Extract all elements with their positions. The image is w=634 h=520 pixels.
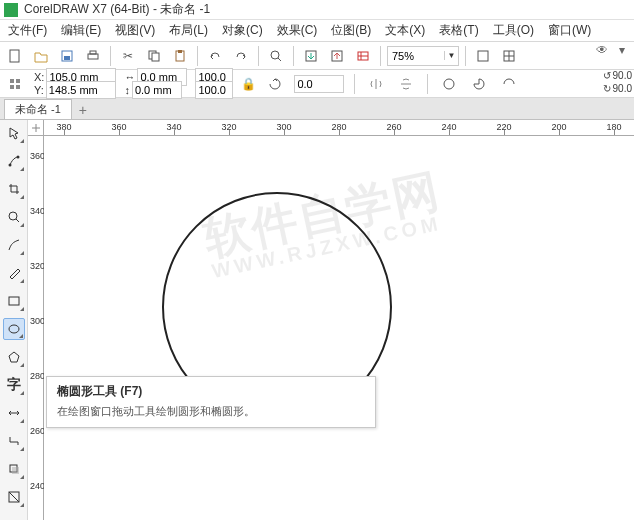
menu-text[interactable]: 文本(X) bbox=[379, 20, 431, 41]
svg-rect-13 bbox=[478, 51, 488, 61]
svg-rect-17 bbox=[10, 85, 14, 89]
tooltip-description: 在绘图窗口拖动工具绘制圆形和椭圆形。 bbox=[57, 404, 365, 419]
svg-rect-26 bbox=[12, 467, 19, 474]
drawing-canvas[interactable]: 软件自学网 WWW.RJZXW.COM 椭圆形工具 (F7) 在绘图窗口拖动工具… bbox=[44, 136, 634, 520]
tooltip-title: 椭圆形工具 (F7) bbox=[57, 383, 365, 400]
search-button[interactable] bbox=[265, 45, 287, 67]
separator bbox=[258, 46, 259, 66]
freehand-tool[interactable] bbox=[3, 234, 25, 256]
svg-point-22 bbox=[9, 212, 17, 220]
menu-window[interactable]: 窗口(W) bbox=[542, 20, 597, 41]
polygon-tool[interactable] bbox=[3, 346, 25, 368]
open-button[interactable] bbox=[30, 45, 52, 67]
import-button[interactable] bbox=[300, 45, 322, 67]
y-label: Y: bbox=[34, 84, 44, 96]
titlebar: CorelDRAW X7 (64-Bit) - 未命名 -1 bbox=[0, 0, 634, 20]
text-tool[interactable]: 字 bbox=[3, 374, 25, 396]
menu-tools[interactable]: 工具(O) bbox=[487, 20, 540, 41]
snap-button[interactable] bbox=[498, 45, 520, 67]
rotation-input[interactable] bbox=[294, 75, 344, 93]
presets-button[interactable] bbox=[4, 73, 26, 95]
tool-tooltip: 椭圆形工具 (F7) 在绘图窗口拖动工具绘制圆形和椭圆形。 bbox=[46, 376, 376, 428]
svg-point-19 bbox=[444, 79, 454, 89]
artistic-media-tool[interactable] bbox=[3, 262, 25, 284]
export-button[interactable] bbox=[326, 45, 348, 67]
menu-edit[interactable]: 编辑(E) bbox=[55, 20, 107, 41]
drop-shadow-tool[interactable] bbox=[3, 458, 25, 480]
crop-tool[interactable] bbox=[3, 178, 25, 200]
menu-object[interactable]: 对象(C) bbox=[216, 20, 269, 41]
zoom-tool[interactable] bbox=[3, 206, 25, 228]
svg-rect-15 bbox=[10, 79, 14, 83]
eye-icon[interactable]: 👁 bbox=[594, 42, 610, 58]
menu-effects[interactable]: 效果(C) bbox=[271, 20, 324, 41]
scale-y-input[interactable] bbox=[195, 81, 233, 99]
print-button[interactable] bbox=[82, 45, 104, 67]
x-label: X: bbox=[34, 71, 44, 83]
shape-tool[interactable] bbox=[3, 150, 25, 172]
separator bbox=[380, 46, 381, 66]
new-button[interactable] bbox=[4, 45, 26, 67]
redo-button[interactable] bbox=[230, 45, 252, 67]
arc-mode-button[interactable] bbox=[498, 73, 520, 95]
menu-view[interactable]: 视图(V) bbox=[109, 20, 161, 41]
separator bbox=[197, 46, 198, 66]
menu-table[interactable]: 表格(T) bbox=[433, 20, 484, 41]
arc-icon: ↻ bbox=[603, 83, 611, 94]
document-tab[interactable]: 未命名 -1 bbox=[4, 99, 72, 119]
svg-rect-0 bbox=[10, 50, 19, 62]
ruler-tick: 280 bbox=[30, 371, 45, 381]
toolbox: 字 bbox=[0, 120, 28, 520]
separator bbox=[427, 74, 428, 94]
pick-tool[interactable] bbox=[3, 122, 25, 144]
workarea: 字 380360340320300280260240220200180 3603… bbox=[0, 120, 634, 520]
svg-point-20 bbox=[8, 164, 11, 167]
ellipse-mode-button[interactable] bbox=[438, 73, 460, 95]
transparency-tool[interactable] bbox=[3, 486, 25, 508]
separator bbox=[293, 46, 294, 66]
cut-button[interactable]: ✂ bbox=[117, 45, 139, 67]
document-tabbar: 未命名 -1 + bbox=[0, 98, 634, 120]
ruler-tick: 320 bbox=[30, 261, 45, 271]
menu-bitmap[interactable]: 位图(B) bbox=[325, 20, 377, 41]
copy-button[interactable] bbox=[143, 45, 165, 67]
chevron-down-icon[interactable]: ▼ bbox=[444, 51, 458, 60]
ruler-origin[interactable] bbox=[28, 120, 44, 136]
ruler-tick: 360 bbox=[30, 151, 45, 161]
publish-button[interactable] bbox=[352, 45, 374, 67]
ruler-tick: 300 bbox=[30, 316, 45, 326]
y-input[interactable] bbox=[46, 81, 116, 99]
fullscreen-button[interactable] bbox=[472, 45, 494, 67]
mirror-v-button[interactable] bbox=[395, 73, 417, 95]
ruler-tick: 240 bbox=[30, 481, 45, 491]
save-button[interactable] bbox=[56, 45, 78, 67]
rectangle-tool[interactable] bbox=[3, 290, 25, 312]
svg-rect-2 bbox=[64, 56, 70, 60]
height-input[interactable] bbox=[132, 81, 182, 99]
tab-add-button[interactable]: + bbox=[74, 101, 92, 119]
connector-tool[interactable] bbox=[3, 430, 25, 452]
mirror-h-button[interactable] bbox=[365, 73, 387, 95]
separator bbox=[354, 74, 355, 94]
menu-file[interactable]: 文件(F) bbox=[2, 20, 53, 41]
rotate-icon bbox=[264, 73, 286, 95]
paste-button[interactable] bbox=[169, 45, 191, 67]
undo-button[interactable] bbox=[204, 45, 226, 67]
zoom-combo[interactable]: ▼ bbox=[387, 46, 459, 66]
main-toolbar: ✂ ▼ bbox=[0, 42, 634, 70]
svg-rect-6 bbox=[152, 53, 159, 61]
deg1-value: 90.0 bbox=[613, 70, 632, 81]
svg-rect-4 bbox=[90, 51, 96, 54]
zoom-input[interactable] bbox=[388, 47, 444, 65]
dropdown-icon[interactable]: ▾ bbox=[614, 42, 630, 58]
ruler-tick: 340 bbox=[30, 206, 45, 216]
parallel-dim-tool[interactable] bbox=[3, 402, 25, 424]
pie-mode-button[interactable] bbox=[468, 73, 490, 95]
ellipse-tool[interactable] bbox=[3, 318, 25, 340]
menu-layout[interactable]: 布局(L) bbox=[163, 20, 214, 41]
horizontal-ruler[interactable]: 380360340320300280260240220200180 bbox=[44, 120, 634, 136]
lock-icon[interactable]: 🔒 bbox=[241, 77, 256, 91]
svg-point-21 bbox=[16, 156, 19, 159]
vertical-ruler[interactable]: 360340320300280260240 bbox=[28, 136, 44, 520]
position-block: X: Y: bbox=[34, 71, 116, 97]
